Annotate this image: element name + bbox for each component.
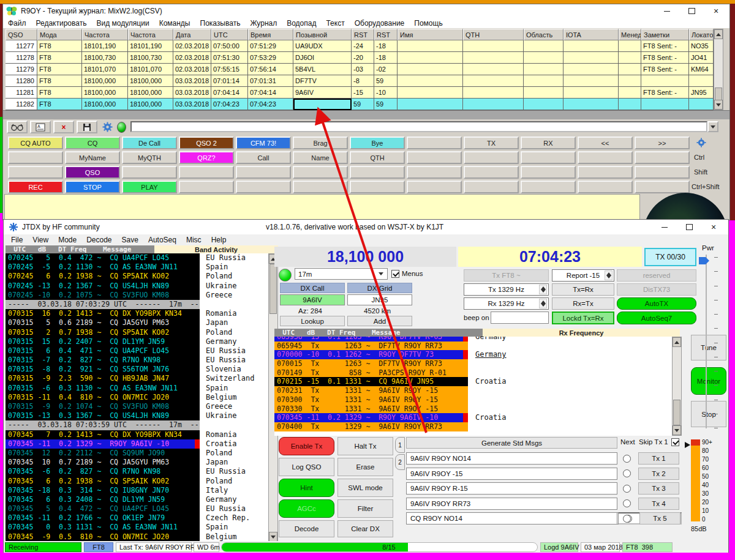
decode-row[interactable]: 070300 Tx 1331 ~ 9A6IV R9OY -15 [274,395,672,405]
macro-button[interactable]: >> [635,136,690,149]
decode-text[interactable]: 070245 5 0.4 472 ~ CQ UA4PCF LO45 [6,253,200,263]
table-cell[interactable] [524,75,564,87]
decode-row[interactable]: 070345 -18 0.3 314 ~ CQ IU8GNY JN70 Ital… [6,486,268,495]
table-cell[interactable]: 03.03.2018 [173,99,211,110]
table-cell[interactable]: -18 [374,40,398,52]
table-cell[interactable]: 11281 [6,87,37,99]
log-card-icon[interactable]: A [30,121,51,133]
halt-tx-button[interactable]: Halt Tx [337,437,393,455]
macro-button[interactable]: RX [521,136,576,149]
decode-text[interactable]: 070345 10 0.7 2189 ~ CQ JA5GYU PM63 [6,458,200,467]
tx-message-field[interactable]: 9A6IV R9OY RR73 [406,498,617,510]
delete-icon[interactable]: × [53,121,74,133]
macro-button[interactable] [635,166,690,179]
mixw-column-header[interactable]: Частота [82,29,128,40]
pwr-slider-track[interactable] [706,255,707,428]
table-cell[interactable]: FT8 Sent: - [641,40,689,52]
table-cell[interactable]: 18100,000 [128,75,173,87]
mixw-column-header[interactable]: Частота [128,29,173,40]
table-cell[interactable]: 18100,000 [82,87,128,99]
mixw-titlebar[interactable]: R9OY - Текущий журнал: MixW2.log(CSV) × [3,4,729,18]
decode-text[interactable]: 070345 -11 0.2 1329 ~ R9OY 9A6IV -10 [6,439,200,449]
decode-text[interactable]: 070345 -9 0.5 810 ~ CQ ON7MIC JO20 [6,532,200,542]
decode-text[interactable]: ----- 03.03.18 07:03:59 UTC ------ 17m -… [6,420,200,430]
table-cell[interactable] [564,64,619,75]
decode-row[interactable]: 070000 -10 0.1 1262 ~ R9OY DF7TV 73 Germ… [274,350,672,359]
mixw-menu-item[interactable]: Файл [3,18,31,28]
hint-button[interactable]: Hint [279,479,334,497]
scroll-down-icon[interactable] [673,425,681,435]
macro-button[interactable] [521,181,576,193]
table-cell[interactable]: -15 [352,87,374,99]
decode-row[interactable]: 070345 0 0.3 1131 ~ CQ AS EA3NW JN11 Spa… [6,523,268,532]
macro-combobox[interactable] [130,121,707,132]
decode-text[interactable]: 070315 -9 2.3 590 ~ CQ HB9JAB JN47 [6,374,200,383]
mixw-column-header[interactable]: Время [248,29,293,40]
mixw-column-header[interactable]: Заметки [641,29,689,40]
scroll-up-icon[interactable] [714,29,723,39]
mixw-column-header[interactable]: Мода [37,29,82,40]
table-cell[interactable]: -02 [374,64,398,75]
decode-text[interactable]: 070345 7 0.2 1413 ~ CQ DX YO9BPX KN34 [6,430,200,439]
report-spinner[interactable]: Report -15 [552,269,614,282]
macro-button[interactable] [293,166,348,179]
decode-text[interactable]: 070149 Tx 858 ~ PA3CPS R9OY R-01 [274,368,468,378]
table-cell[interactable] [619,87,641,99]
mixw-column-header[interactable]: Менеджер [619,29,641,40]
dx-call-field[interactable]: 9A6IV [280,294,345,305]
macro-button[interactable]: QRZ? [179,151,234,164]
table-row[interactable]: 11278FT818100,73018100,73002.03.201807:5… [6,52,714,64]
table-cell[interactable] [564,87,619,99]
table-cell[interactable]: FT8 [37,64,82,75]
macro-button[interactable]: QTH [350,151,405,164]
macro-button[interactable] [464,181,519,193]
spinner-arrows-icon[interactable] [605,271,612,280]
decode-text[interactable]: 070315 16 0.2 1413 ~ CQ DX YO9BPX KN34 [6,309,200,318]
decode-text[interactable]: 065945 Tx 1263 ~ DF7TV R9OY RR73 [274,342,468,351]
table-cell[interactable]: -18 [374,52,398,64]
decode-row[interactable]: 070345 -6 0.2 827 ~ CQ R7NO KN98 EU Russ… [6,467,268,476]
decode-text[interactable]: 070345 -6 0.2 827 ~ CQ R7NO KN98 [6,467,200,476]
table-cell[interactable] [293,99,352,110]
mixw-text-area[interactable] [4,194,640,221]
jtdx-menu-item[interactable]: AutoSeq [143,235,181,245]
macro-button[interactable] [578,166,633,179]
mixw-column-header[interactable]: QTH [463,29,524,40]
mixw-splitter[interactable] [3,110,729,120]
table-cell[interactable] [619,75,641,87]
macro-button[interactable] [464,166,519,179]
table-cell[interactable]: 59 [352,99,374,110]
rx-frequency-scrollbar[interactable] [672,337,682,436]
table-cell[interactable]: 18100,730 [128,52,173,64]
tx-select-radio[interactable] [623,469,631,477]
decode-text[interactable]: 070245 -10 0.2 1075 ~ CQ SV3FUO KM08 [6,291,200,300]
table-cell[interactable]: 18100,730 [82,52,128,64]
decode-row[interactable]: ----- 03.03.18 07:03:29 UTC ------ 17m -… [6,300,268,309]
table-cell[interactable]: 59 [374,75,398,87]
table-cell[interactable]: 07:55:15 [211,64,248,75]
tx-timer-button[interactable]: TX 00/30 [644,248,696,266]
mixw-close-icon[interactable]: × [704,4,728,18]
jtdx-menu-item[interactable]: Decode [81,235,116,245]
macro-button[interactable]: QSO [65,166,120,179]
table-cell[interactable]: FT8 Sent: - [641,52,689,64]
mixw-column-header[interactable]: Область [524,29,564,40]
combo-arrow-icon[interactable] [707,121,718,132]
macro-button[interactable] [179,181,234,193]
table-cell[interactable] [524,64,564,75]
table-cell[interactable] [689,75,714,87]
table-cell[interactable]: -03 [352,64,374,75]
decode-row[interactable]: 070345 6 0.3 2408 ~ CQ DL1YM JN59 German… [6,495,268,504]
table-cell[interactable]: 18101,190 [128,40,173,52]
decode-row[interactable]: 070315 5 0.6 2189 ~ CQ JA5GYU PM63 Japan [6,318,268,327]
tx-freq-spinner[interactable]: Tx 1329 Hz [464,283,549,296]
log-qso-button[interactable]: Log QSO [279,458,334,476]
tx-select-radio[interactable] [623,515,631,523]
macro-button[interactable] [236,166,291,179]
decode-text[interactable]: 070345 -11 0.2 1329 ~ R9OY 9A6IV -10 [274,413,468,422]
table-cell[interactable]: FT8 [37,75,82,87]
table-cell[interactable] [398,75,463,87]
swl-mode-button[interactable]: SWL mode [337,479,393,497]
decode-text[interactable]: 070000 -10 0.1 1262 ~ R9OY DF7TV 73 [274,350,468,359]
decode-row[interactable]: 070315 -9 0.2 1074 ~ CQ SV3FUO KM08 Gree… [6,402,268,411]
